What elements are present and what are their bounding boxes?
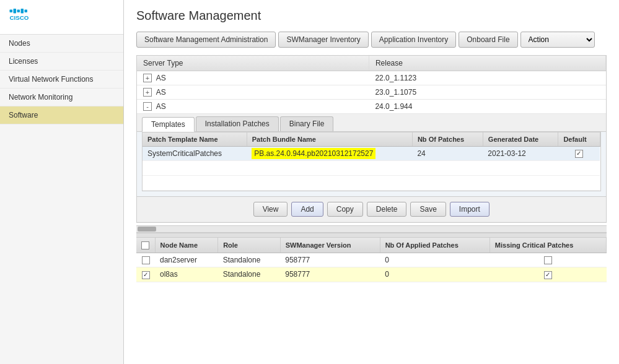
patch-table-empty-row	[143, 176, 600, 191]
patch-table-empty-row	[143, 161, 600, 176]
generated-date-header: Generated Date	[483, 132, 558, 147]
expand-icon-row2[interactable]: +	[143, 88, 152, 97]
toolbar: Software Management Administration SWMan…	[136, 32, 607, 48]
action-buttons: View Add Copy Delete Save Import	[137, 196, 606, 222]
table-row[interactable]: + AS 22.0_1.1123	[137, 71, 606, 85]
svg-rect-3	[21, 9, 24, 14]
svg-rect-2	[17, 9, 20, 12]
delete-button[interactable]: Delete	[367, 202, 407, 217]
bottom-table-row[interactable]: dan2server Standalone 958777 0	[136, 253, 607, 267]
tab-installation-patches[interactable]: Installation Patches	[196, 116, 279, 131]
sidebar-item-licenses[interactable]: Licenses	[0, 53, 123, 71]
copy-button[interactable]: Copy	[327, 202, 363, 217]
expand-icon-row1[interactable]: +	[143, 74, 152, 82]
software-mgmt-admin-button[interactable]: Software Management Administration	[136, 32, 276, 48]
nb-applied-header: Nb Of Applied Patches	[380, 238, 489, 253]
row2-missing-checkbox[interactable]	[544, 271, 552, 279]
sidebar-item-nodes[interactable]: Nodes	[0, 35, 123, 53]
patch-table: Patch Template Name Patch Bundle Name Nb…	[143, 132, 600, 191]
sidebar-navigation: Nodes Licenses Virtual Network Functions…	[0, 35, 123, 364]
svg-rect-4	[25, 9, 28, 12]
sidebar: CISCO Nodes Licenses Virtual Network Fun…	[0, 0, 124, 364]
main-content: Software Management Software Management …	[124, 0, 619, 364]
release-header: Release	[369, 56, 605, 71]
cisco-logo-svg: CISCO	[9, 7, 46, 26]
page-title: Software Management	[136, 9, 607, 23]
sidebar-item-software[interactable]: Software	[0, 106, 123, 124]
cisco-logo: CISCO	[0, 0, 123, 35]
onboard-file-button[interactable]: Onboard File	[459, 32, 517, 48]
patch-table-row[interactable]: SystemCriticalPatches PB.as.24.0.944.pb2…	[143, 147, 600, 161]
svg-rect-1	[14, 9, 17, 14]
default-header: Default	[558, 132, 600, 147]
application-inventory-button[interactable]: Application Inventory	[371, 32, 456, 48]
expanded-row-content: Templates Installation Patches Binary Fi…	[137, 114, 606, 222]
row2-checkbox[interactable]	[142, 271, 150, 279]
sidebar-item-vnf[interactable]: Virtual Network Functions	[0, 71, 123, 89]
add-button[interactable]: Add	[291, 202, 323, 217]
node-name-header: Node Name	[155, 238, 218, 253]
table-row[interactable]: + AS 23.0_1.1075	[137, 85, 606, 100]
action-select[interactable]: Action	[520, 32, 595, 48]
svg-rect-0	[10, 9, 13, 12]
h-scroll-thumb[interactable]	[138, 227, 156, 232]
select-all-header	[136, 238, 155, 253]
section-divider	[136, 233, 607, 238]
select-all-checkbox[interactable]	[141, 241, 149, 249]
bottom-section: Node Name Role SWManager Version Nb Of A…	[136, 238, 607, 282]
svg-text:CISCO: CISCO	[10, 14, 29, 21]
import-button[interactable]: Import	[450, 202, 489, 217]
bundle-name-highlight: PB.as.24.0.944.pb20210312172527	[252, 148, 375, 159]
tab-templates[interactable]: Templates	[142, 117, 195, 132]
patch-template-name-header: Patch Template Name	[143, 132, 247, 147]
patch-table-wrap: Patch Template Name Patch Bundle Name Nb…	[142, 132, 601, 191]
default-checkbox[interactable]	[575, 150, 583, 158]
patch-bundle-name-header: Patch Bundle Name	[247, 132, 412, 147]
server-table: Server Type Release + AS 22.0_1.1123	[137, 56, 606, 222]
bottom-table: Node Name Role SWManager Version Nb Of A…	[136, 238, 607, 282]
row1-missing-checkbox[interactable]	[544, 256, 552, 264]
table-row-expanded[interactable]: - AS 24.0_1.944	[137, 100, 606, 114]
bottom-table-row-highlighted[interactable]: ol8as Standalone 958777 0	[136, 267, 607, 282]
tab-binary-file[interactable]: Binary File	[280, 116, 334, 131]
swmanager-inventory-button[interactable]: SWManager Inventory	[278, 32, 368, 48]
role-header: Role	[218, 238, 281, 253]
missing-critical-header: Missing Critical Patches	[489, 238, 606, 253]
sub-tabs: Templates Installation Patches Binary Fi…	[137, 114, 606, 132]
expand-icon-row3[interactable]: -	[143, 102, 152, 111]
save-button[interactable]: Save	[410, 202, 446, 217]
view-button[interactable]: View	[253, 202, 288, 217]
server-type-header: Server Type	[137, 56, 369, 71]
server-table-wrap: Server Type Release + AS 22.0_1.1123	[136, 55, 607, 223]
nb-patches-header: Nb Of Patches	[412, 132, 483, 147]
sidebar-item-network-monitoring[interactable]: Network Monitoring	[0, 89, 123, 106]
row1-checkbox[interactable]	[142, 256, 150, 264]
horizontal-scrollbar[interactable]	[136, 225, 607, 233]
sw-version-header: SWManager Version	[280, 238, 380, 253]
